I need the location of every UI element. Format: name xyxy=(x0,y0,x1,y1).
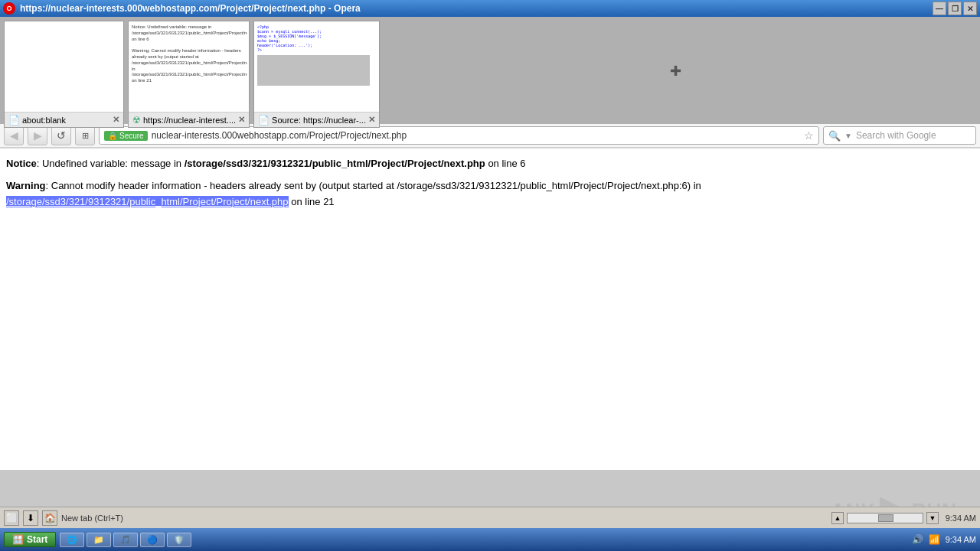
media-icon: 🎵 xyxy=(120,535,131,545)
warning-label: Warning xyxy=(6,180,46,191)
address-text[interactable]: nuclear-interests.000webhostapp.com/Proj… xyxy=(152,130,800,141)
tab-label-text-source: Source: https://nuclear-... xyxy=(272,116,366,125)
opera-logo-icon: O xyxy=(3,2,15,15)
page-icon: 📄 xyxy=(8,115,20,126)
source-thumb-text: <?php $conn = mysqli_connect(...); $msg … xyxy=(257,24,370,52)
warning-line-num: 21 xyxy=(323,196,334,207)
compat-button[interactable]: ⊞ xyxy=(75,126,95,145)
search-icon: 🔍 xyxy=(828,130,841,142)
tab-close-main[interactable]: ✕ xyxy=(238,115,245,125)
status-bar: ⬜ ⬇ 🏠 New tab (Ctrl+T) ▲ ▼ 9:34 AM xyxy=(0,507,980,528)
title-bar-left: O https://nuclear-interests.000webhostap… xyxy=(3,2,361,15)
tab-thumb-content-source: <?php $conn = mysqli_connect(...); $msg … xyxy=(254,21,373,112)
taskbar-explorer-icon[interactable]: 📁 xyxy=(87,533,111,547)
tab-label-text-blank: about:blank xyxy=(22,116,110,125)
tray-volume-icon[interactable]: 📶 xyxy=(928,533,942,546)
scroll-up-btn[interactable]: ▲ xyxy=(831,512,844,524)
scroll-track xyxy=(847,513,923,523)
tab-label-blank: 📄 about:blank ✕ xyxy=(5,112,123,127)
nuclear-icon: ☢ xyxy=(132,115,141,126)
tab-thumbnail-main[interactable]: Notice: Undefined variable: message in /… xyxy=(128,21,250,128)
secure-badge: 🔒 Secure xyxy=(104,131,148,141)
notice-suffix: on line xyxy=(488,158,517,169)
reload-button[interactable]: ↺ xyxy=(51,126,71,145)
scroll-controls: ▲ ▼ 9:34 AM xyxy=(831,512,976,524)
tab-label-main: ☢ https://nuclear-interest.... ✕ xyxy=(129,112,249,127)
tab-close-blank[interactable]: ✕ xyxy=(113,115,119,125)
restore-button[interactable]: ❐ xyxy=(948,2,962,15)
close-button[interactable]: ✕ xyxy=(963,2,977,15)
notice-label: Notice xyxy=(6,158,37,169)
ie-icon: 🌐 xyxy=(67,535,77,545)
taskbar-shield-icon[interactable]: 🛡️ xyxy=(167,533,191,547)
taskbar-items: 🌐 📁 🎵 🔵 🛡️ xyxy=(60,533,906,547)
scroll-thumb[interactable] xyxy=(878,514,893,522)
warning-text: : Cannot modify header information - hea… xyxy=(46,180,701,191)
page-content: Notice: Undefined variable: message in /… xyxy=(0,148,980,470)
taskbar-chrome-icon[interactable]: 🔵 xyxy=(140,533,165,547)
system-tray: 🔊 📶 xyxy=(911,533,942,546)
tab-thumbnail-blank[interactable]: 📄 about:blank ✕ xyxy=(4,21,124,128)
minimize-button[interactable]: — xyxy=(933,2,946,15)
search-bar[interactable]: 🔍 ▼ Search with Google xyxy=(823,126,976,145)
source-thumb-bottom xyxy=(257,55,370,86)
chrome-icon: 🔵 xyxy=(147,535,158,545)
taskbar-ie-icon[interactable]: 🌐 xyxy=(60,533,84,547)
status-icon-2[interactable]: ⬇ xyxy=(23,510,38,526)
address-bar[interactable]: 🔒 Secure nuclear-interests.000webhostapp… xyxy=(99,126,819,145)
search-placeholder[interactable]: Search with Google xyxy=(856,130,971,141)
status-icon-1[interactable]: ⬜ xyxy=(4,510,19,526)
tray-network-icon[interactable]: 🔊 xyxy=(911,533,925,546)
start-button[interactable]: 🪟 Start xyxy=(4,532,56,547)
notice-line: Notice: Undefined variable: message in /… xyxy=(6,156,974,172)
warning-line: Warning: Cannot modify header informatio… xyxy=(6,178,974,210)
notice-line-num: 6 xyxy=(520,158,525,169)
tab-label-text-main: https://nuclear-interest.... xyxy=(143,116,236,125)
lock-icon: 🔒 xyxy=(108,132,117,140)
window-title: https://nuclear-interests.000webhostapp.… xyxy=(20,3,361,14)
windows-icon: 🪟 xyxy=(12,534,24,545)
tab-thumb-content-blank xyxy=(5,21,123,112)
new-tab-label[interactable]: New tab (Ctrl+T) xyxy=(61,514,123,523)
notice-path: /storage/ssd3/321/9312321/public_html/Pr… xyxy=(185,158,485,169)
tab-close-source[interactable]: ✕ xyxy=(368,115,375,125)
taskbar-right: 🔊 📶 9:34 AM xyxy=(911,533,976,546)
tab-thumbnail-area: 📄 about:blank ✕ Notice: Undefined variab… xyxy=(0,17,980,124)
tab-thumb-content-main: Notice: Undefined variable: message in /… xyxy=(129,21,247,112)
search-dropdown-icon[interactable]: ▼ xyxy=(844,132,852,140)
warning-suffix: on line xyxy=(291,196,320,207)
notice-text: : Undefined variable: message in xyxy=(37,158,181,169)
tab-label-source: 📄 Source: https://nuclear-... ✕ xyxy=(254,112,379,127)
status-icon-3[interactable]: 🏠 xyxy=(42,510,57,526)
taskbar-media-icon[interactable]: 🎵 xyxy=(113,533,138,547)
plus-cursor-indicator: ✚ xyxy=(670,63,681,80)
status-time: 9:34 AM xyxy=(942,514,976,523)
warning-path-link[interactable]: /storage/ssd3/321/9312321/public_html/Pr… xyxy=(6,196,289,207)
title-bar: O https://nuclear-interests.000webhostap… xyxy=(0,0,980,17)
folder-icon: 📁 xyxy=(93,535,104,545)
thumb-content-text: Notice: Undefined variable: message in /… xyxy=(132,24,244,84)
taskbar-clock: 9:34 AM xyxy=(946,535,976,544)
secure-label: Secure xyxy=(119,132,144,140)
bookmark-icon[interactable]: ☆ xyxy=(804,129,814,142)
taskbar: 🪟 Start 🌐 📁 🎵 🔵 🛡️ 🔊 📶 9:34 AM ⬜ ⬇ 🏠 New xyxy=(0,528,980,551)
back-button[interactable]: ◀ xyxy=(4,126,24,145)
shield-icon: 🛡️ xyxy=(174,535,185,545)
forward-button[interactable]: ▶ xyxy=(28,126,47,145)
tab-thumbnail-source[interactable]: <?php $conn = mysqli_connect(...); $msg … xyxy=(253,21,380,128)
window-controls[interactable]: — ❐ ✕ xyxy=(933,2,977,15)
scroll-down-btn[interactable]: ▼ xyxy=(926,512,939,524)
source-page-icon: 📄 xyxy=(258,115,270,126)
start-label: Start xyxy=(27,534,47,545)
